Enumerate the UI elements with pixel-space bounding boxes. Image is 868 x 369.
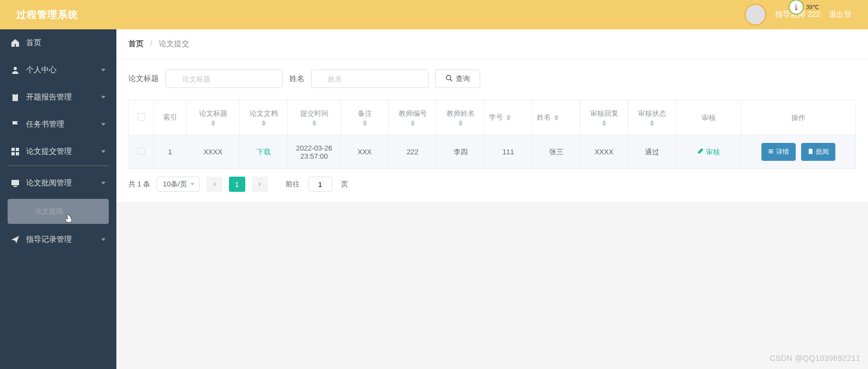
sidebar-label: 开题报告管理 bbox=[26, 92, 72, 102]
col-student-name[interactable]: 姓名 bbox=[537, 113, 551, 122]
cell-time: 2022-03-26 23:57:00 bbox=[288, 135, 341, 169]
pagination: 共 1 条 10条/页 1 前往 页 bbox=[128, 177, 856, 192]
sidebar-label: 指导记录管理 bbox=[26, 235, 72, 245]
sort-icon[interactable] bbox=[363, 120, 367, 126]
svg-rect-1 bbox=[13, 94, 18, 101]
grid-icon bbox=[11, 147, 20, 156]
goto-prefix: 前往 bbox=[286, 179, 300, 189]
download-link[interactable]: 下载 bbox=[257, 148, 271, 156]
sort-icon[interactable] bbox=[506, 115, 511, 121]
detail-button[interactable]: 详情 bbox=[761, 143, 796, 161]
sidebar-subitem-review[interactable]: 论文批阅 bbox=[8, 199, 109, 224]
flag-icon bbox=[11, 120, 20, 129]
col-student-id[interactable]: 学号 bbox=[489, 113, 503, 122]
search-icon bbox=[445, 74, 452, 83]
svg-rect-7 bbox=[11, 180, 19, 185]
total-count: 共 1 条 bbox=[128, 179, 150, 189]
sort-icon[interactable] bbox=[262, 120, 266, 126]
sidebar-subitem-label: 论文批阅 bbox=[35, 207, 63, 215]
col-review: 审核 bbox=[702, 114, 716, 122]
cell-student-id: 111 bbox=[485, 135, 532, 169]
monitor-icon bbox=[11, 179, 20, 187]
sidebar: 首页 个人中心 开题报告管理 任务书管理 论文提交管理 论文批阅管理 论文批阅 … bbox=[0, 29, 116, 369]
home-icon bbox=[11, 39, 20, 47]
sort-icon[interactable] bbox=[211, 120, 215, 126]
svg-rect-14 bbox=[769, 152, 773, 153]
logout-link[interactable]: 退出登 bbox=[829, 10, 852, 20]
sort-icon[interactable] bbox=[411, 120, 415, 126]
page-size-select[interactable]: 10条/页 bbox=[157, 177, 199, 192]
col-review-status[interactable]: 审核状态 bbox=[638, 109, 666, 118]
col-teacher-name[interactable]: 教师姓名 bbox=[447, 109, 475, 118]
sidebar-label: 首页 bbox=[26, 38, 41, 48]
sort-icon[interactable] bbox=[602, 120, 606, 126]
sidebar-item-home[interactable]: 首页 bbox=[0, 29, 116, 57]
review-action-link[interactable]: 审核 bbox=[697, 147, 720, 157]
app-title: 过程管理系统 bbox=[16, 8, 78, 21]
filter-title-label: 论文标题 bbox=[128, 74, 159, 84]
divider bbox=[8, 165, 109, 166]
send-icon bbox=[11, 235, 20, 244]
cell-review-reply: XXXX bbox=[580, 135, 628, 169]
sidebar-label: 论文提交管理 bbox=[26, 147, 72, 157]
sidebar-item-guidance[interactable]: 指导记录管理 bbox=[0, 226, 116, 253]
chevron-left-icon bbox=[212, 182, 217, 187]
sidebar-item-report[interactable]: 开题报告管理 bbox=[0, 84, 116, 111]
next-page-button[interactable] bbox=[252, 177, 268, 192]
content-panel: 论文标题 姓名 查询 索引 论文标题 论文文档 bbox=[116, 60, 868, 202]
document-icon bbox=[808, 148, 814, 156]
cell-teacher-name: 李四 bbox=[437, 135, 485, 169]
cell-review-status: 通过 bbox=[628, 135, 676, 169]
col-remark[interactable]: 备注 bbox=[358, 109, 372, 118]
sort-icon[interactable] bbox=[458, 120, 463, 126]
filter-name-input[interactable] bbox=[311, 70, 429, 88]
cell-teacher-id: 222 bbox=[389, 135, 437, 169]
user-avatar-icon[interactable] bbox=[745, 4, 766, 26]
svg-rect-15 bbox=[809, 148, 813, 154]
col-action: 操作 bbox=[791, 114, 805, 122]
weather-icon: 🌡️ bbox=[789, 0, 804, 15]
table-header-row: 索引 论文标题 论文文档 提交时间 备注 教师编号 教师姓名 学号 姓名 审核回… bbox=[129, 101, 856, 135]
sidebar-label: 论文批阅管理 bbox=[26, 178, 72, 188]
page-number-button[interactable]: 1 bbox=[229, 177, 245, 192]
svg-rect-13 bbox=[769, 151, 773, 151]
svg-rect-12 bbox=[769, 149, 773, 150]
edit-icon bbox=[697, 148, 704, 156]
goto-page-input[interactable] bbox=[308, 177, 332, 192]
sidebar-item-review[interactable]: 论文批阅管理 bbox=[0, 170, 116, 197]
col-review-reply[interactable]: 审核回复 bbox=[590, 109, 618, 118]
svg-rect-6 bbox=[16, 152, 19, 155]
cell-student-name: 张三 bbox=[532, 135, 580, 169]
sort-icon[interactable] bbox=[650, 120, 654, 126]
chevron-right-icon bbox=[257, 182, 263, 187]
svg-rect-4 bbox=[16, 148, 19, 151]
cell-remark: XXX bbox=[341, 135, 389, 169]
weather-widget: 🌡️ 39℃ bbox=[789, 0, 819, 15]
header-right: 🌡️ 39℃ 指导老师 222 退出登 bbox=[745, 4, 852, 26]
breadcrumb-current: 论文提交 bbox=[159, 39, 189, 48]
breadcrumb-home[interactable]: 首页 bbox=[128, 39, 144, 48]
prev-page-button[interactable] bbox=[206, 177, 222, 192]
sort-icon[interactable] bbox=[312, 120, 317, 126]
sidebar-label: 任务书管理 bbox=[26, 120, 64, 129]
temperature: 39℃ bbox=[806, 4, 819, 11]
col-doc[interactable]: 论文文档 bbox=[250, 109, 278, 118]
cell-title: XXXX bbox=[187, 135, 240, 169]
col-title[interactable]: 论文标题 bbox=[199, 109, 227, 118]
row-checkbox[interactable] bbox=[138, 147, 145, 155]
sidebar-item-personal[interactable]: 个人中心 bbox=[0, 57, 116, 84]
sort-icon[interactable] bbox=[554, 115, 559, 121]
select-all-checkbox[interactable] bbox=[138, 113, 145, 121]
filter-title-input[interactable] bbox=[165, 70, 283, 88]
svg-rect-8 bbox=[14, 186, 17, 187]
query-button[interactable]: 查询 bbox=[435, 70, 480, 88]
goto-suffix: 页 bbox=[341, 179, 348, 189]
sidebar-item-task[interactable]: 任务书管理 bbox=[0, 111, 116, 138]
data-table: 索引 论文标题 论文文档 提交时间 备注 教师编号 教师姓名 学号 姓名 审核回… bbox=[128, 100, 856, 169]
col-index[interactable]: 索引 bbox=[163, 113, 177, 122]
col-teacher-id[interactable]: 教师编号 bbox=[399, 109, 427, 118]
review-button[interactable]: 批阅 bbox=[801, 143, 835, 161]
sidebar-item-submit[interactable]: 论文提交管理 bbox=[0, 138, 116, 165]
col-time[interactable]: 提交时间 bbox=[300, 109, 328, 118]
filter-name-label: 姓名 bbox=[289, 74, 305, 84]
